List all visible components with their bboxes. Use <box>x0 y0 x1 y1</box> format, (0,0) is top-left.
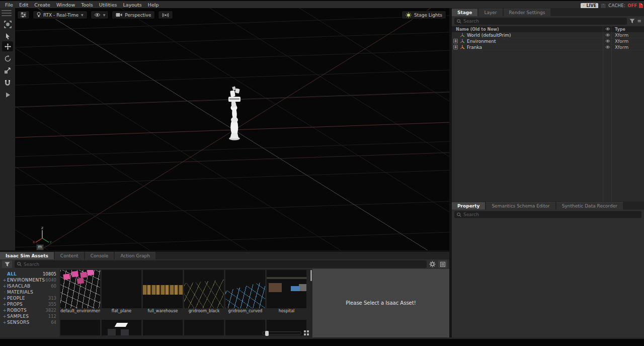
tab-render-settings[interactable]: Render Settings <box>504 9 551 16</box>
camera-selector[interactable]: Perspective <box>112 11 155 19</box>
visibility-button[interactable]: ▼ <box>91 11 109 19</box>
tab-property[interactable]: Property <box>452 202 485 210</box>
name-column-header[interactable]: Name (Old to New) <box>452 27 604 32</box>
menu-edit[interactable]: Edit <box>16 2 31 8</box>
asset-thumbnail-partial[interactable] <box>60 320 100 335</box>
menu-file[interactable]: File <box>2 2 16 8</box>
expand-glyph[interactable]: + <box>2 320 7 325</box>
viewport[interactable]: RTX - Real-Time ▼ ▼ Perspective <box>15 8 449 250</box>
category-all[interactable]: ALL 10805 <box>0 271 59 277</box>
toolbar-grip[interactable] <box>2 10 12 18</box>
asset-gridroom-black[interactable]: gridroom_black <box>184 270 224 314</box>
asset-thumbnail[interactable] <box>267 270 306 308</box>
rotate-tool-button[interactable] <box>2 53 13 63</box>
category-materials[interactable]: · MATERIALS <box>0 289 59 295</box>
visibility-toggle[interactable] <box>604 45 612 50</box>
asset-thumbnail[interactable] <box>102 270 141 308</box>
type-column-header[interactable]: Type <box>612 27 644 32</box>
category-props[interactable]: + PROPS 355 <box>0 301 59 307</box>
expand-glyph[interactable]: + <box>2 314 7 319</box>
tab-action-graph[interactable]: Action Graph <box>115 252 155 259</box>
move-tool-button[interactable] <box>2 41 13 51</box>
menu-create[interactable]: Create <box>31 2 53 8</box>
property-search-input[interactable] <box>463 212 639 217</box>
menu-utilities[interactable]: Utilities <box>96 2 120 8</box>
prim-name[interactable]: World (defaultPrim) <box>467 33 511 38</box>
category-samples[interactable]: + SAMPLES 112 <box>0 313 59 319</box>
tab-isaac-sim-assets[interactable]: Isaac Sim Assets <box>0 252 54 259</box>
tab-content[interactable]: Content <box>55 252 84 259</box>
assets-search-input[interactable] <box>24 262 424 267</box>
asset-gridroom-curved[interactable]: gridroom_curved <box>225 270 265 314</box>
tab-console[interactable]: Console <box>85 252 114 259</box>
tab-semantics-schema-editor[interactable]: Semantics Schema Editor <box>486 202 555 210</box>
view-mode-button[interactable] <box>438 260 447 268</box>
viewport-settings-button[interactable] <box>17 11 30 19</box>
asset-thumbnail-partial[interactable] <box>143 320 183 335</box>
expand-toggle[interactable]: + <box>453 39 458 43</box>
asset-thumbnail[interactable] <box>225 270 265 308</box>
expand-glyph[interactable]: + <box>2 278 7 283</box>
expand-glyph[interactable]: · <box>2 290 7 295</box>
asset-thumbnail-partial[interactable] <box>102 320 141 335</box>
visibility-toggle[interactable] <box>604 39 612 44</box>
expand-glyph[interactable]: + <box>2 302 7 307</box>
asset-thumbnail[interactable] <box>143 270 183 308</box>
category-sensors[interactable]: + SENSORS 64 <box>0 319 59 325</box>
grid-view-icon[interactable] <box>303 330 309 336</box>
asset-default-environment[interactable]: default_environment <box>60 270 100 314</box>
category-people[interactable]: + PEOPLE 313 <box>0 295 59 301</box>
asset-thumbnail[interactable] <box>60 270 100 308</box>
cache-doc-icon[interactable] <box>639 3 643 8</box>
stage-lights-button[interactable]: Stage Lights <box>401 11 446 19</box>
renderer-selector[interactable]: RTX - Real-Time ▼ <box>33 11 88 19</box>
franka-robot[interactable] <box>222 85 248 141</box>
category-isaaclab[interactable]: + ISAACLAB 60 <box>0 283 59 289</box>
filter-icon[interactable] <box>629 19 635 24</box>
stage-search-input[interactable] <box>463 19 624 24</box>
snap-tool-button[interactable] <box>2 78 13 88</box>
prim-name[interactable]: Franka <box>467 45 482 50</box>
category-environments[interactable]: + ENVIRONMENTS 6040 <box>0 277 59 283</box>
asset-hospital[interactable]: hospital <box>267 270 306 314</box>
live-dropdown[interactable]: ˅ <box>600 3 606 9</box>
asset-thumbnail-partial[interactable] <box>184 320 224 335</box>
menu-help[interactable]: Help <box>145 2 162 8</box>
cursor-tool-button[interactable] <box>2 31 13 41</box>
tree-row-environment[interactable]: + Environment Xform <box>452 38 644 44</box>
asset-full-warehouse[interactable]: full_warehouse <box>143 270 183 314</box>
asset-thumbnail[interactable] <box>184 270 224 308</box>
tab-layer[interactable]: Layer <box>478 9 502 16</box>
capture-button[interactable] <box>158 11 173 19</box>
property-search-box[interactable] <box>454 211 641 218</box>
menu-window[interactable]: Window <box>53 2 78 8</box>
live-button[interactable]: ⚡ LIVE <box>581 3 598 9</box>
slider-track[interactable] <box>262 331 301 335</box>
scale-tool-button[interactable] <box>2 65 13 76</box>
tab-stage[interactable]: Stage <box>452 9 477 16</box>
prim-name[interactable]: Environment <box>467 39 496 44</box>
expand-glyph[interactable]: + <box>2 308 7 313</box>
options-menu-icon[interactable]: ≡ <box>637 19 641 24</box>
tree-row-franka[interactable]: + Franka Xform <box>452 44 644 50</box>
assets-search-box[interactable] <box>15 260 427 268</box>
visibility-toggle[interactable] <box>604 33 612 38</box>
menu-layouts[interactable]: Layouts <box>120 2 145 8</box>
grid-scrollbar[interactable] <box>310 270 312 281</box>
gear-icon[interactable] <box>429 261 436 267</box>
stage-tree-header[interactable]: Name (Old to New) Type <box>452 26 644 32</box>
play-button[interactable] <box>2 90 13 100</box>
asset-flat-plane[interactable]: flat_plane <box>102 270 141 314</box>
slider-handle[interactable] <box>265 331 269 336</box>
select-mode-button[interactable] <box>2 19 13 29</box>
expand-glyph[interactable]: + <box>2 284 7 289</box>
thumbnail-size-slider[interactable] <box>262 330 309 336</box>
visibility-column-header[interactable] <box>604 27 612 32</box>
expand-glyph[interactable]: + <box>2 296 7 301</box>
expand-toggle[interactable]: + <box>453 45 458 49</box>
tab-synthetic-data-recorder[interactable]: Synthetic Data Recorder <box>556 202 623 210</box>
menu-tools[interactable]: Tools <box>78 2 96 8</box>
tree-row-world[interactable]: World (defaultPrim) Xform <box>452 32 644 38</box>
stage-search-box[interactable] <box>454 18 627 25</box>
category-robots[interactable]: + ROBOTS 3822 <box>0 307 59 313</box>
